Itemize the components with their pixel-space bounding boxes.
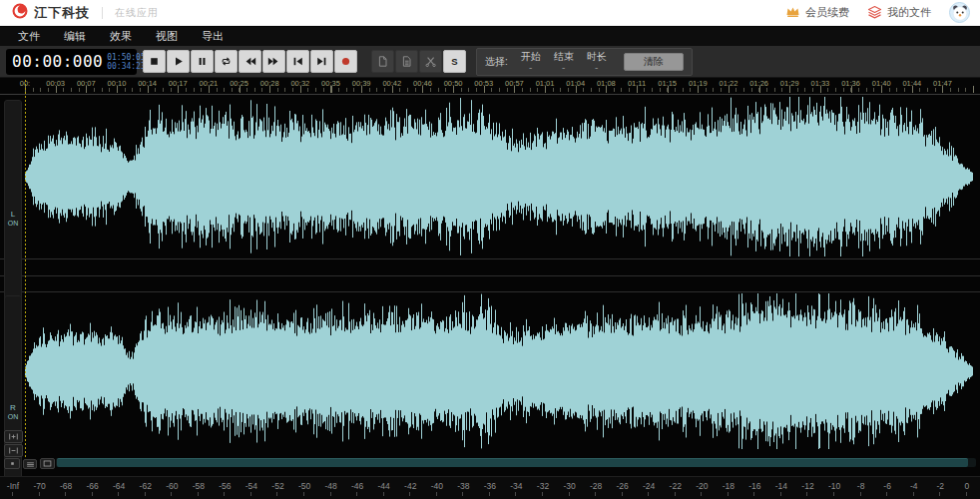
menu-item-2[interactable]: 效果	[110, 29, 132, 44]
selection-duration-value: -	[595, 62, 598, 73]
ruler-label: 00:32	[290, 79, 309, 88]
s-tool-icon: S	[448, 55, 461, 68]
skip-to-start-button[interactable]	[286, 50, 309, 73]
playhead-cursor[interactable]	[25, 80, 26, 469]
selection-duration-label: 时长	[587, 51, 607, 62]
ruler-label: 01:22	[720, 79, 738, 88]
db-label: -14	[775, 481, 787, 491]
ruler-label: 00:14	[138, 79, 157, 88]
ruler-label: 00:35	[321, 79, 340, 88]
ruler-label: 00:07	[77, 79, 96, 88]
db-label: -64	[113, 481, 125, 491]
h-zoom-in-button[interactable]	[4, 430, 23, 443]
db-label: -Inf	[7, 481, 19, 491]
ruler-label: 00:53	[474, 79, 493, 88]
db-label: -38	[457, 481, 469, 491]
ruler-label: 01:01	[536, 79, 555, 88]
selection-start-value: -	[529, 62, 532, 73]
ruler-label: 00:25	[230, 79, 248, 88]
stop-icon	[148, 55, 161, 68]
list-button[interactable]	[23, 459, 37, 469]
db-level-scale: -Inf-70-68-66-64-62-60-58-56-54-52-50-48…	[0, 476, 980, 499]
transport-buttons	[143, 50, 357, 73]
my-files-link[interactable]: 我的文件	[867, 5, 931, 21]
db-label: -18	[723, 481, 735, 491]
transport-toolbar: 00:00:000 01:50:053 00:34:231 S 选择: 开始 -…	[0, 46, 980, 78]
h-zoom-out-button[interactable]	[4, 444, 23, 457]
db-label: -44	[378, 481, 390, 491]
db-label: -58	[193, 481, 205, 491]
db-label: 0	[964, 481, 969, 491]
ruler-label: 00:17	[169, 79, 188, 88]
layers-icon	[867, 5, 882, 21]
db-label: -50	[298, 481, 310, 491]
waveform-canvas[interactable]	[0, 95, 980, 476]
selection-start-label: 开始	[521, 51, 541, 62]
timeline-ruler[interactable]: 00:00:0300:0700:1000:1400:1700:2100:2500…	[0, 78, 980, 95]
waveform-area: 00:00:0300:0700:1000:1400:1700:2100:2500…	[0, 78, 980, 476]
cut-button[interactable]	[419, 50, 442, 73]
pause-button[interactable]	[191, 50, 214, 73]
db-label: -48	[324, 481, 336, 491]
ruler-label: 00:50	[444, 79, 463, 88]
horizontal-scrollbar	[56, 458, 976, 467]
scrollbar-thumb[interactable]	[57, 458, 968, 467]
selection-end: 结束 -	[554, 51, 574, 73]
fit-button[interactable]	[40, 458, 55, 469]
db-label: -26	[616, 481, 628, 491]
ruler-label: 00:21	[200, 79, 219, 88]
menu-item-4[interactable]: 导出	[202, 29, 224, 44]
selection-label: 选择:	[485, 55, 508, 69]
selection-end-label: 结束	[554, 51, 574, 62]
ruler-label: 00:42	[382, 79, 401, 88]
brand-name: 江下科技	[34, 4, 90, 22]
db-label: -6	[883, 481, 891, 491]
record-button[interactable]	[334, 50, 357, 73]
db-label: -22	[670, 481, 682, 491]
db-label: -36	[484, 481, 496, 491]
db-label: -54	[245, 481, 257, 491]
skip-to-end-button[interactable]	[310, 50, 333, 73]
loop-icon	[220, 55, 233, 68]
db-label: -52	[271, 481, 283, 491]
clear-selection-button[interactable]: 清除	[624, 53, 684, 71]
selection-start: 开始 -	[521, 51, 541, 73]
record-icon	[339, 55, 352, 68]
track-right-state-label: ON	[8, 413, 19, 420]
time-display: 00:00:000 01:50:053 00:34:231	[6, 49, 137, 75]
menu-item-0[interactable]: 文件	[18, 29, 40, 44]
track-left-channel-label: L	[11, 210, 15, 219]
db-label: -24	[643, 481, 655, 491]
snap-icon	[7, 458, 18, 469]
selection-end-value: -	[562, 62, 565, 73]
save-file-icon	[400, 55, 413, 68]
ruler-label: 00:46	[413, 79, 432, 88]
menu-item-1[interactable]: 编辑	[64, 29, 86, 44]
loop-button[interactable]	[215, 50, 238, 73]
new-file-button[interactable]	[371, 50, 394, 73]
db-label: -40	[431, 481, 443, 491]
member-renewal-label: 会员续费	[805, 5, 849, 20]
my-files-label: 我的文件	[887, 5, 931, 20]
ruler-label: 01:44	[902, 79, 921, 88]
ruler-label: 00:57	[505, 79, 524, 88]
save-file-button[interactable]	[395, 50, 418, 73]
stop-button[interactable]	[143, 50, 166, 73]
header-actions: 会员续费 我的文件	[785, 2, 970, 23]
avatar[interactable]	[949, 2, 970, 23]
menu-item-3[interactable]: 视图	[156, 29, 178, 44]
play-button[interactable]	[167, 50, 190, 73]
db-scale-ticks	[12, 492, 980, 496]
ruler-label: 01:33	[811, 79, 830, 88]
skip-to-end-icon	[315, 55, 328, 68]
rewind-button[interactable]	[239, 50, 261, 73]
member-renewal-link[interactable]: 会员续费	[785, 5, 849, 20]
brand: 江下科技 在线应用	[12, 3, 159, 23]
brand-logo-icon	[12, 3, 28, 23]
edit-buttons: S	[371, 50, 466, 73]
snap-button[interactable]	[4, 458, 20, 469]
ruler-label: 00:03	[46, 79, 65, 88]
list-icon	[25, 459, 36, 470]
fast-forward-button[interactable]	[262, 50, 285, 73]
s-tool-button[interactable]: S	[443, 50, 466, 73]
